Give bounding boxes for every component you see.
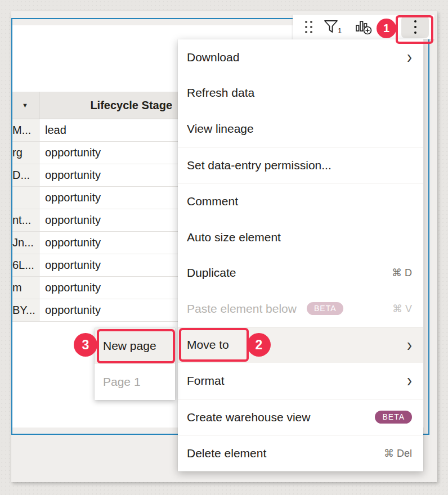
table-header-row: ▼ Lifecycle Stage — [11, 92, 178, 119]
annotation-badge-1: 1 — [377, 19, 396, 38]
table-row: D... opportunity — [11, 164, 178, 187]
table-cell-id[interactable]: BY... — [11, 299, 39, 321]
chevron-right-icon: › — [407, 336, 412, 355]
filter-funnel-icon: 1 — [322, 19, 343, 35]
table-cell-id[interactable]: Jn... — [11, 232, 39, 254]
menu-item-paste-element-below: Paste element below BETA ⌘ V — [178, 291, 423, 327]
beta-badge: BETA — [307, 302, 344, 315]
table-row: nt... opportunity — [11, 209, 178, 232]
submenu-item-page-1[interactable]: Page 1 — [95, 364, 175, 400]
table-cell-id[interactable]: M... — [11, 119, 39, 141]
menu-item-comment[interactable]: Comment — [178, 183, 423, 219]
column-dropdown-arrow-icon[interactable]: ▼ — [22, 102, 28, 109]
menu-item-move-to[interactable]: Move to › — [178, 327, 423, 363]
shortcut-delete: ⌘ Del — [384, 447, 412, 460]
table-cell-id[interactable] — [11, 187, 39, 209]
table-cell-id[interactable]: rg — [11, 142, 39, 164]
table-row: m opportunity — [11, 277, 178, 299]
shortcut-paste: ⌘ V — [392, 303, 412, 315]
annotation-badge-2: 2 — [247, 333, 271, 357]
table-cell-lifecycle-stage[interactable]: lead — [39, 119, 178, 141]
table-cell-lifecycle-stage[interactable]: opportunity — [39, 142, 178, 164]
menu-item-view-lineage[interactable]: View lineage — [178, 111, 423, 147]
menu-item-create-warehouse-view[interactable]: Create warehouse view BETA — [178, 399, 423, 435]
table-cell-lifecycle-stage[interactable]: opportunity — [39, 299, 178, 321]
shortcut-duplicate: ⌘ D — [392, 267, 412, 279]
table-cell-id[interactable]: m — [11, 277, 39, 299]
menu-item-set-data-entry-permission[interactable]: Set data-entry permission... — [178, 147, 423, 183]
table-row: opportunity — [11, 187, 178, 209]
annotation-badge-3: 3 — [74, 333, 97, 357]
table-cell-id[interactable]: D... — [11, 164, 39, 186]
svg-text:1: 1 — [338, 26, 342, 35]
table-cell-lifecycle-stage[interactable]: opportunity — [39, 187, 178, 209]
menu-item-format[interactable]: Format › — [178, 363, 423, 399]
table-cell-lifecycle-stage[interactable]: opportunity — [39, 209, 178, 231]
more-options-button[interactable] — [401, 16, 429, 38]
data-table: ▼ Lifecycle Stage M... lead rg opportuni… — [11, 92, 178, 322]
table-row: rg opportunity — [11, 142, 178, 164]
element-toolbar: 1 — [293, 15, 434, 39]
submenu-item-new-page[interactable]: New page — [95, 328, 175, 364]
column-header-lifecycle-stage[interactable]: Lifecycle Stage — [39, 99, 178, 112]
column-menu-cell[interactable]: ▼ — [11, 92, 39, 119]
menu-item-duplicate[interactable]: Duplicate ⌘ D — [178, 255, 423, 291]
table-row: 6L... opportunity — [11, 254, 178, 277]
table-cell-id[interactable]: nt... — [11, 209, 39, 231]
workbook-screen: ▼ Lifecycle Stage M... lead rg opportuni… — [0, 0, 448, 495]
chevron-right-icon: › — [407, 48, 412, 67]
menu-item-delete-element[interactable]: Delete element ⌘ Del — [178, 435, 423, 471]
menu-item-auto-size-element[interactable]: Auto size element — [178, 219, 423, 255]
move-to-submenu: New page Page 1 — [95, 328, 175, 400]
add-chart-icon — [355, 18, 374, 36]
drag-handle-icon[interactable] — [305, 21, 312, 33]
menu-item-refresh-data[interactable]: Refresh data — [178, 75, 423, 111]
table-cell-id[interactable]: 6L... — [11, 254, 39, 276]
create-child-element-button[interactable] — [353, 18, 375, 36]
kebab-icon — [414, 20, 416, 22]
chevron-right-icon: › — [407, 371, 412, 390]
table-row: M... lead — [11, 119, 178, 142]
table-cell-lifecycle-stage[interactable]: opportunity — [39, 164, 178, 186]
table-cell-lifecycle-stage[interactable]: opportunity — [39, 232, 178, 254]
filter-button[interactable]: 1 — [321, 18, 344, 36]
menu-item-download[interactable]: Download › — [178, 39, 423, 75]
beta-badge: BETA — [375, 411, 412, 424]
element-context-menu: Download › Refresh data View lineage Set… — [178, 39, 423, 471]
table-cell-lifecycle-stage[interactable]: opportunity — [39, 277, 178, 299]
table-row: BY... opportunity — [11, 299, 178, 322]
table-cell-lifecycle-stage[interactable]: opportunity — [39, 254, 178, 276]
table-row: Jn... opportunity — [11, 232, 178, 254]
